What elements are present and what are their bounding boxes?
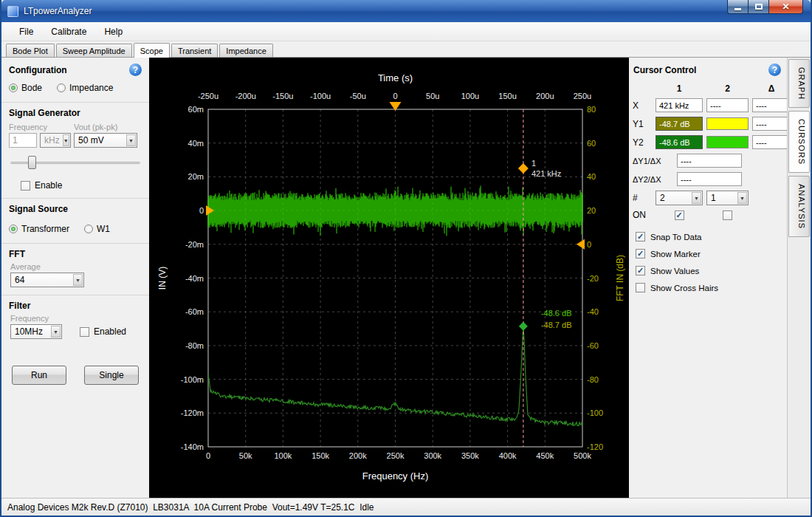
- frequency-input[interactable]: 1: [9, 133, 37, 148]
- cursor-trace-row: # 2 ▼ 1 ▼: [629, 191, 787, 205]
- cursor1-y2-value: -48.6 dB: [656, 135, 703, 149]
- chevron-down-icon: ▼: [51, 326, 61, 338]
- show-values-box: ✓: [636, 266, 645, 275]
- vout-select[interactable]: 50 mV ▼: [74, 133, 137, 148]
- single-button[interactable]: Single: [84, 366, 139, 385]
- run-button[interactable]: Run: [12, 366, 66, 385]
- svg-text:-80m: -80m: [185, 341, 204, 350]
- divider: [1, 198, 149, 199]
- maximize-button[interactable]: [749, 0, 769, 14]
- radio-w1-indicator: [84, 225, 93, 233]
- svg-text:150u: 150u: [498, 92, 516, 100]
- average-select[interactable]: 64 ▼: [10, 273, 84, 287]
- titlebar: LTpowerAnalyzer ✕: [1, 0, 811, 22]
- svg-text:350k: 350k: [461, 451, 479, 460]
- cursor-col-1: 1: [656, 83, 703, 94]
- radio-bode-text: Bode: [21, 83, 42, 93]
- svg-text:450k: 450k: [536, 451, 554, 460]
- snap-to-data-label: Snap To Data: [650, 233, 701, 242]
- svg-text:0: 0: [393, 92, 397, 100]
- close-icon: ✕: [782, 1, 789, 12]
- radio-w1-text: W1: [97, 224, 110, 234]
- tab-analysis[interactable]: ANALYSIS: [788, 176, 810, 237]
- enable-checkbox[interactable]: Enable: [21, 180, 149, 191]
- radio-impedance-text: Impedance: [69, 83, 113, 93]
- cursor-options: ✓ Snap To Data ✓ Show Marker ✓ Show Valu…: [629, 232, 787, 292]
- tab-impedance[interactable]: Impedance: [219, 44, 272, 57]
- right-tab-strip: GRAPH CURSORS ANALYSIS: [787, 58, 811, 498]
- cursor-control-help-icon[interactable]: ?: [768, 64, 781, 76]
- cursor1-on-checkbox[interactable]: ✓: [675, 210, 684, 220]
- tab-cursors[interactable]: CURSORS: [788, 111, 810, 173]
- show-cross-hairs-label: Show Cross Hairs: [650, 284, 718, 292]
- filter-enabled-checkbox[interactable]: Enabled: [80, 326, 126, 337]
- cursor2-trace-select[interactable]: 1 ▼: [706, 191, 749, 205]
- tab-graph[interactable]: GRAPH: [788, 59, 810, 108]
- tab-sweep-amplitude[interactable]: Sweep Amplitude: [56, 44, 132, 57]
- minimize-button[interactable]: [727, 0, 749, 14]
- radio-bode-indicator: [9, 83, 18, 92]
- cursor-y2-row: Y2 -48.6 dB ----: [629, 135, 787, 149]
- configuration-help-icon[interactable]: ?: [129, 64, 142, 76]
- radio-bode[interactable]: Bode: [9, 83, 42, 93]
- scope-plot[interactable]: -250u060m80-200u50k40m60-150u100k20m40-1…: [149, 58, 629, 498]
- y1-row-label: Y1: [633, 119, 652, 129]
- svg-text:1: 1: [531, 159, 536, 168]
- amplitude-slider[interactable]: [10, 155, 140, 170]
- svg-text:60: 60: [587, 139, 596, 148]
- window-controls: ✕: [727, 0, 803, 14]
- svg-text:400k: 400k: [499, 451, 517, 460]
- svg-text:-40: -40: [587, 307, 599, 316]
- cursor2-on-checkbox[interactable]: [723, 210, 732, 220]
- svg-text:150k: 150k: [312, 451, 329, 460]
- configuration-options: Bode Impedance: [1, 76, 149, 99]
- svg-text:-250u: -250u: [198, 92, 219, 100]
- cursor-control-panel: Cursor Control ? 1 2 Δ X 421 kHz ---- --…: [629, 58, 787, 498]
- radio-impedance[interactable]: Impedance: [57, 83, 113, 93]
- tab-bode-plot[interactable]: Bode Plot: [6, 44, 55, 57]
- radio-transformer[interactable]: Transformer: [9, 224, 69, 234]
- radio-w1[interactable]: W1: [84, 224, 110, 234]
- chevron-down-icon: ▼: [126, 134, 136, 146]
- filter-frequency-select[interactable]: 10MHz ▼: [10, 324, 62, 339]
- svg-text:-20m: -20m: [185, 240, 204, 249]
- svg-text:50k: 50k: [239, 451, 252, 460]
- filter-enabled-label: Enabled: [94, 326, 126, 337]
- vout-value: 50 mV: [78, 135, 104, 145]
- y1-color-swatch: [706, 117, 749, 130]
- tab-scope[interactable]: Scope: [134, 43, 170, 58]
- close-button[interactable]: ✕: [769, 0, 803, 14]
- x-row-label: X: [633, 100, 652, 111]
- svg-text:Frequency (Hz): Frequency (Hz): [362, 470, 429, 482]
- show-values-checkbox[interactable]: ✓ Show Values: [636, 266, 787, 275]
- cursor1-trace-select[interactable]: 2 ▼: [656, 191, 703, 205]
- delta-y2-x-row: ΔY2/ΔX ----: [629, 172, 787, 186]
- show-cross-hairs-checkbox[interactable]: Show Cross Hairs: [636, 283, 787, 292]
- svg-text:250k: 250k: [387, 451, 405, 460]
- maximize-icon: [755, 4, 763, 10]
- enable-checkbox-label: Enable: [35, 180, 62, 191]
- svg-text:20m: 20m: [188, 172, 204, 181]
- filter-frequency-value: 10MHz: [15, 326, 43, 337]
- menu-file[interactable]: File: [12, 24, 41, 39]
- snap-to-data-checkbox[interactable]: ✓ Snap To Data: [636, 232, 787, 242]
- svg-text:-100u: -100u: [310, 92, 331, 100]
- slider-thumb[interactable]: [28, 156, 36, 169]
- scope-plot-svg[interactable]: -250u060m80-200u50k40m60-150u100k20m40-1…: [149, 58, 629, 498]
- frequency-unit-select[interactable]: kHz ▼: [40, 133, 71, 148]
- status-bar: Analog Devices M2k Rev.D (Z7010) LB3031A…: [1, 498, 811, 516]
- svg-text:-80: -80: [587, 375, 599, 384]
- enable-checkbox-box: [21, 181, 30, 191]
- show-marker-checkbox[interactable]: ✓ Show Marker: [636, 249, 787, 258]
- svg-text:200k: 200k: [349, 451, 367, 460]
- window-title: LTpowerAnalyzer: [24, 6, 92, 16]
- cursor1-y1-value: -48.7 dB: [656, 117, 703, 131]
- tab-transient[interactable]: Transient: [171, 44, 218, 57]
- menu-calibrate[interactable]: Calibrate: [44, 24, 94, 39]
- svg-text:-140m: -140m: [181, 442, 204, 451]
- show-marker-box: ✓: [636, 249, 645, 258]
- svg-text:Time (s): Time (s): [378, 72, 413, 83]
- filter-frequency-label: Frequency: [1, 314, 149, 323]
- menu-help[interactable]: Help: [97, 24, 130, 39]
- signal-generator-labels: Frequency Vout (pk-pk): [1, 121, 149, 132]
